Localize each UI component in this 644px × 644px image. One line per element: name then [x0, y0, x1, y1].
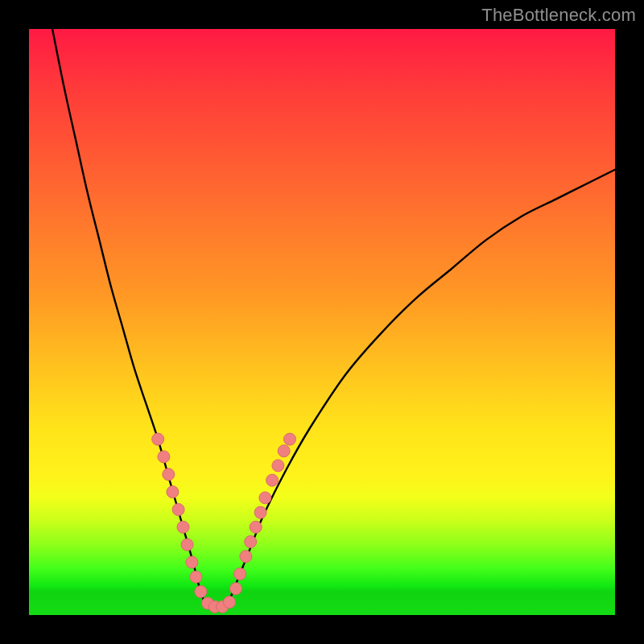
watermark-text: TheBottleneck.com	[481, 5, 636, 26]
chart-frame: TheBottleneck.com	[0, 0, 644, 644]
marker-dot	[254, 506, 266, 518]
marker-dot	[284, 433, 296, 445]
bottleneck-curve-path	[52, 29, 615, 608]
marker-dot	[186, 556, 198, 568]
marker-dot	[181, 539, 193, 551]
marker-dot	[177, 521, 189, 533]
marker-dot	[195, 585, 207, 597]
marker-dot	[234, 568, 246, 580]
bottleneck-curve-svg	[29, 29, 615, 615]
marker-dot	[245, 536, 257, 548]
marker-dot	[240, 551, 252, 563]
marker-dot	[152, 433, 164, 445]
marker-dot	[278, 445, 290, 457]
curve-group	[52, 29, 615, 608]
marker-dot	[158, 451, 170, 463]
marker-dot	[250, 521, 262, 533]
marker-dot	[259, 492, 271, 504]
marker-group	[152, 433, 296, 613]
marker-dot	[190, 571, 202, 583]
marker-dot	[224, 597, 236, 609]
marker-dot	[163, 469, 175, 481]
marker-dot	[230, 583, 242, 595]
marker-dot	[266, 474, 279, 486]
marker-dot	[272, 460, 284, 472]
plot-area	[29, 29, 615, 615]
marker-dot	[172, 504, 184, 516]
marker-dot	[167, 486, 179, 498]
